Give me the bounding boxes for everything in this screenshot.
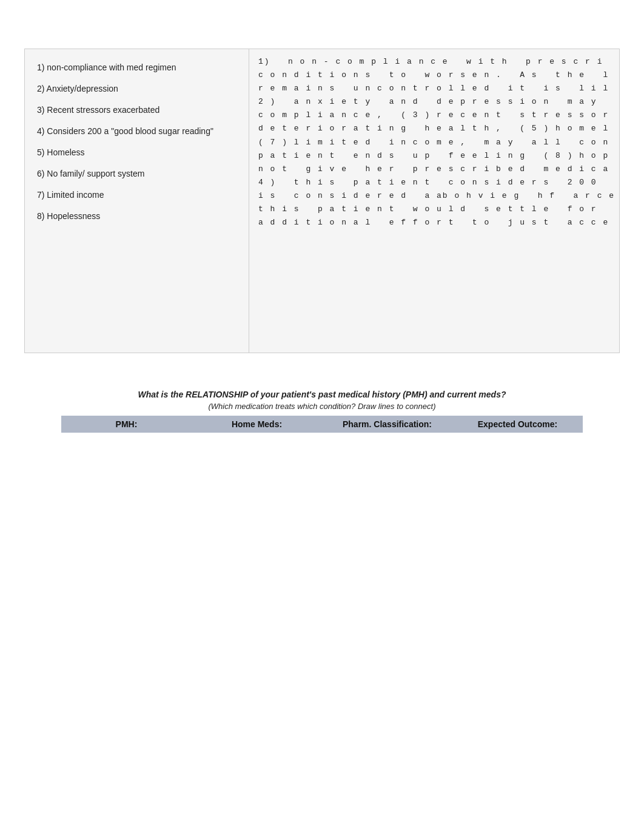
question-title: What is the RELATIONSHIP of your patient… bbox=[36, 390, 608, 399]
list-item-5: 5) Homeless bbox=[37, 146, 236, 159]
table-header-cell-1: Home Meds: bbox=[192, 419, 322, 429]
list-item-3: 3) Recent stressors exacerbated bbox=[37, 104, 236, 117]
list-item-1: 1) non-compliance with med regimen bbox=[37, 61, 236, 74]
text-line-15: t h i s p a t i e n t w o u l d s e t t … bbox=[258, 203, 610, 216]
text-line-13: 4 ) t h i s p a t i e n t c o n s i d e … bbox=[258, 176, 610, 189]
main-content: 1) non-compliance with med regimen2) Anx… bbox=[12, 12, 632, 451]
bottom-section: What is the RELATIONSHIP of your patient… bbox=[24, 384, 620, 439]
right-panel: 1) n o n - c o m p l i a n c e w i t h p… bbox=[249, 49, 619, 353]
list-item-4: 4) Considers 200 a "good blood sugar rea… bbox=[37, 125, 236, 138]
text-line-16: a d d i t i o n a l e f f o r t t o j u … bbox=[258, 216, 610, 229]
table-header-row: PMH:Home Meds:Pharm. Classification:Expe… bbox=[61, 416, 583, 433]
text-line-3: r e m a i n s u n c o n t r o l l e d i … bbox=[258, 82, 610, 95]
text-line-5: 2 ) a n x i e t y a n d d e p r e s s i … bbox=[258, 95, 610, 109]
text-line-8: d e t e r i o r a t i n g h e a l t h , … bbox=[258, 122, 610, 135]
list-item-6: 6) No family/ support system bbox=[37, 167, 236, 180]
text-line-10: p a t i e n t e n d s u p f e e l i n g … bbox=[258, 149, 610, 163]
list-item-2: 2) Anxiety/depression bbox=[37, 83, 236, 95]
top-section: 1) non-compliance with med regimen2) Anx… bbox=[24, 49, 620, 353]
list-item-8: 8) Hopelessness bbox=[37, 210, 236, 223]
question-subtitle: (Which medication treats which condition… bbox=[36, 402, 608, 411]
text-line-9: ( 7 ) l i m i t e d i n c o m e , m a y … bbox=[258, 136, 610, 149]
list-item-7: 7) Limited income bbox=[37, 189, 236, 201]
table-header-cell-3: Expected Outcome: bbox=[452, 419, 583, 429]
table-header-cell-0: PMH: bbox=[61, 419, 192, 429]
text-line-11: n o t g i v e h e r p r e s c r i b e d … bbox=[258, 163, 610, 176]
text-line-6: c o m p l i a n c e , ( 3 ) r e c e n t … bbox=[258, 109, 610, 122]
table-header-cell-2: Pharm. Classification: bbox=[322, 419, 452, 429]
text-line-0: 1) n o n - c o m p l i a n c e w i t h p… bbox=[258, 55, 610, 69]
text-line-1: c o n d i t i o n s t o w o r s e n . A … bbox=[258, 69, 610, 82]
left-panel: 1) non-compliance with med regimen2) Anx… bbox=[25, 49, 249, 353]
text-line-14: i s c o n s i d e r e d a ab o h v i e g… bbox=[258, 189, 610, 203]
